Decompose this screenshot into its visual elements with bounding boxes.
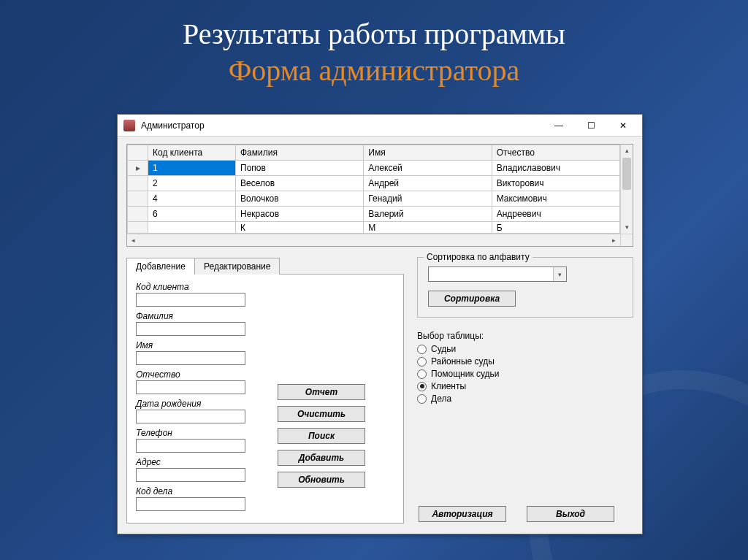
scroll-right-icon[interactable]: ▸ — [608, 234, 620, 246]
cell-id[interactable] — [148, 222, 236, 234]
scroll-down-icon[interactable]: ▾ — [621, 221, 633, 234]
label-client-code: Код клиента — [136, 282, 267, 292]
titlebar[interactable]: Администратор — ☐ ✕ — [118, 115, 642, 137]
admin-window: Администратор — ☐ ✕ Код клиента Фамилия … — [117, 114, 643, 534]
close-button[interactable]: ✕ — [607, 115, 639, 136]
cell-lastname[interactable]: К — [236, 222, 364, 234]
radio-label: Районные суды — [431, 356, 495, 367]
tabstrip: Добавление Редактирование — [126, 258, 404, 275]
row-header — [128, 222, 148, 234]
datagrid-scrollbar-vertical[interactable]: ▴ ▾ — [620, 145, 633, 234]
firstname-input[interactable] — [136, 351, 245, 365]
update-button[interactable]: Обновить — [278, 472, 365, 488]
radio-option-cases[interactable]: Дела — [417, 394, 633, 404]
label-address: Адрес — [136, 457, 267, 467]
slide-title-line1: Результаты работы программы — [183, 18, 565, 50]
tab-edit[interactable]: Редактирование — [194, 258, 280, 275]
cell-patronymic[interactable]: Викторович — [492, 176, 619, 191]
radio-icon — [417, 394, 427, 404]
sort-button[interactable]: Сортировка — [428, 291, 516, 307]
sort-group-title: Сортировка по алфавиту — [424, 252, 533, 262]
radio-icon — [417, 345, 427, 354]
radio-icon — [417, 369, 427, 379]
datagrid-header-row: Код клиента Фамилия Имя Отчество — [128, 145, 620, 161]
cell-lastname[interactable]: Веселов — [236, 176, 364, 191]
cell-patronymic[interactable]: Владиславович — [492, 161, 619, 176]
patronymic-input[interactable] — [136, 380, 245, 394]
add-button[interactable]: Добавить — [278, 450, 365, 466]
row-header — [128, 191, 148, 207]
table-row[interactable]: 6НекрасовВалерийАндреевич — [128, 207, 620, 222]
sort-groupbox: Сортировка по алфавиту ▾ Сортировка — [417, 257, 633, 318]
cell-firstname[interactable]: Андрей — [364, 176, 492, 191]
table-row[interactable]: 2ВеселовАндрейВикторович — [128, 176, 620, 191]
label-case-code: Код дела — [136, 486, 267, 496]
tab-panel-add: Код клиента Фамилия Имя Отчество — [126, 274, 404, 523]
cell-firstname[interactable]: Генадий — [364, 191, 492, 207]
search-button[interactable]: Поиск — [278, 428, 365, 444]
cell-id[interactable]: 2 — [148, 176, 236, 191]
label-phone: Телефон — [136, 428, 267, 438]
cell-id[interactable]: 4 — [148, 191, 236, 207]
radio-option-judges[interactable]: Судьи — [417, 344, 633, 354]
cell-firstname[interactable]: Алексей — [364, 161, 492, 176]
row-header: ▸ — [128, 161, 148, 176]
col-header-id[interactable]: Код клиента — [148, 145, 236, 161]
radio-icon — [417, 357, 427, 367]
scroll-thumb-vertical[interactable] — [622, 158, 631, 190]
col-header-lastname[interactable]: Фамилия — [236, 145, 364, 161]
scroll-left-icon[interactable]: ◂ — [127, 234, 140, 246]
row-header — [128, 176, 148, 191]
window-title: Администратор — [141, 120, 543, 131]
app-icon — [123, 120, 135, 131]
chevron-down-icon: ▾ — [553, 267, 566, 281]
cell-firstname[interactable]: М — [364, 222, 492, 234]
datagrid-corner — [128, 145, 148, 161]
cell-patronymic[interactable]: Андреевич — [492, 207, 619, 222]
minimize-button[interactable]: — — [543, 115, 575, 136]
case-code-input[interactable] — [136, 497, 245, 511]
tab-add[interactable]: Добавление — [126, 258, 195, 275]
table-row[interactable]: ▸1ПоповАлексейВладиславович — [128, 161, 620, 176]
cell-lastname[interactable]: Некрасов — [236, 207, 364, 222]
radio-option-assistant[interactable]: Помощник судьи — [417, 369, 633, 379]
label-lastname: Фамилия — [136, 311, 267, 321]
cell-firstname[interactable]: Валерий — [364, 207, 492, 222]
datagrid-scroll-corner — [620, 234, 633, 246]
cell-id[interactable]: 6 — [148, 207, 236, 222]
cell-patronymic[interactable]: Б — [492, 222, 619, 234]
address-input[interactable] — [136, 468, 245, 482]
label-birthdate: Дата рождения — [136, 399, 267, 409]
birthdate-input[interactable] — [136, 410, 245, 423]
lastname-input[interactable] — [136, 322, 245, 336]
table-row[interactable]: 4ВолочковГенадийМаксимович — [128, 191, 620, 207]
radio-option-district[interactable]: Районные суды — [417, 356, 633, 367]
scroll-up-icon[interactable]: ▴ — [621, 145, 633, 157]
slide-title-line2: Форма администратора — [229, 54, 520, 87]
auth-button[interactable]: Авторизация — [419, 506, 506, 522]
report-button[interactable]: Отчет — [278, 384, 365, 400]
table-select-block: Выбор таблицы: СудьиРайонные судыПомощни… — [417, 331, 633, 406]
radio-option-clients[interactable]: Клиенты — [417, 381, 633, 391]
cell-lastname[interactable]: Попов — [236, 161, 364, 176]
table-row[interactable]: КМБ — [128, 222, 620, 234]
col-header-firstname[interactable]: Имя — [364, 145, 492, 161]
cell-id[interactable]: 1 — [148, 161, 236, 176]
table-select-label: Выбор таблицы: — [417, 331, 633, 341]
radio-label: Дела — [431, 394, 451, 404]
sort-combobox[interactable]: ▾ — [428, 266, 567, 282]
clear-button[interactable]: Очистить — [278, 406, 365, 422]
phone-input[interactable] — [136, 439, 245, 453]
maximize-button[interactable]: ☐ — [575, 115, 607, 136]
radio-label: Клиенты — [431, 381, 466, 391]
cell-lastname[interactable]: Волочков — [236, 191, 364, 207]
col-header-patronymic[interactable]: Отчество — [492, 145, 619, 161]
radio-icon — [417, 382, 427, 391]
radio-label: Помощник судьи — [431, 369, 500, 379]
exit-button[interactable]: Выход — [527, 506, 614, 522]
cell-patronymic[interactable]: Максимович — [492, 191, 619, 207]
label-patronymic: Отчество — [136, 369, 267, 380]
client-code-input[interactable] — [136, 293, 245, 307]
clients-datagrid[interactable]: Код клиента Фамилия Имя Отчество ▸1Попов… — [126, 144, 633, 247]
datagrid-scrollbar-horizontal[interactable]: ◂ ▸ — [127, 234, 620, 246]
